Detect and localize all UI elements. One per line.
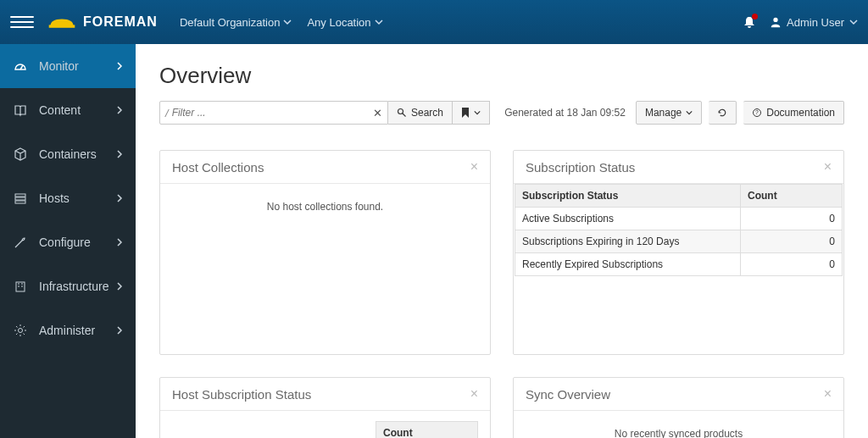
- toolbar: / ✕ Search Generated at 18 Jan 09:52 Man…: [159, 101, 844, 125]
- search-button[interactable]: Search: [388, 101, 453, 125]
- widget-title: Host Subscription Status: [172, 387, 311, 402]
- chevron-right-icon: [115, 238, 124, 247]
- chevron-down-icon: [474, 109, 481, 116]
- documentation-label: Documentation: [766, 107, 835, 119]
- bookmark-icon: [461, 108, 470, 118]
- user-label: Admin User: [787, 16, 844, 29]
- widget-host-collections: Host Collections × No host collections f…: [159, 150, 491, 355]
- svg-point-11: [19, 328, 23, 332]
- sidebar-item-label: Containers: [39, 147, 115, 161]
- svg-rect-3: [15, 194, 25, 197]
- widget-host-subscription-status: Host Subscription Status × Count Invalid…: [159, 377, 491, 438]
- sidebar-item-administer[interactable]: Administer: [0, 308, 136, 352]
- svg-point-12: [398, 109, 403, 114]
- sidebar-item-label: Configure: [39, 236, 115, 249]
- empty-message: No recently synced products: [526, 421, 832, 438]
- widget-title: Host Collections: [172, 160, 264, 175]
- cube-icon: [12, 147, 29, 161]
- svg-rect-6: [16, 282, 25, 291]
- sidebar-item-infrastructure[interactable]: Infrastructure: [0, 264, 136, 308]
- manage-dropdown[interactable]: Manage: [636, 101, 702, 125]
- org-label: Default Organization: [180, 16, 281, 29]
- count-header: Count: [376, 422, 478, 439]
- row-label: Recently Expired Subscriptions: [515, 253, 741, 276]
- widget-title: Sync Overview: [526, 387, 610, 402]
- row-value: 0: [741, 253, 843, 276]
- manage-label: Manage: [645, 107, 682, 119]
- sidebar-item-label: Infrastructure: [39, 280, 115, 293]
- brand[interactable]: FOREMAN: [47, 13, 158, 31]
- table-row: Active Subscriptions 0: [515, 208, 843, 230]
- refresh-icon: [717, 108, 727, 118]
- subscription-table: Subscription Status Count Active Subscri…: [515, 184, 843, 276]
- close-icon[interactable]: ×: [824, 159, 832, 175]
- svg-rect-5: [15, 201, 25, 203]
- filter-hint: /: [165, 107, 169, 119]
- search-icon: [397, 108, 407, 118]
- documentation-button[interactable]: ? Documentation: [743, 101, 844, 125]
- sidebar: Monitor Content Containers Hosts Configu…: [0, 44, 136, 438]
- close-icon[interactable]: ×: [470, 159, 478, 175]
- generated-timestamp: Generated at 18 Jan 09:52: [504, 107, 626, 119]
- sidebar-item-hosts[interactable]: Hosts: [0, 176, 136, 220]
- notifications-icon[interactable]: [743, 15, 756, 29]
- top-navbar: FOREMAN Default Organization Any Locatio…: [0, 0, 868, 44]
- widget-title: Subscription Status: [526, 160, 635, 175]
- name-header: Subscription Status: [515, 185, 741, 208]
- sidebar-item-label: Content: [39, 103, 115, 117]
- widget-subscription-status: Subscription Status × Subscription Statu…: [513, 150, 844, 355]
- sidebar-item-monitor[interactable]: Monitor: [0, 44, 136, 88]
- sidebar-item-configure[interactable]: Configure: [0, 220, 136, 264]
- chevron-down-icon: [686, 109, 693, 116]
- row-value: 0: [741, 230, 843, 253]
- sidebar-item-containers[interactable]: Containers: [0, 132, 136, 176]
- chevron-right-icon: [115, 326, 124, 335]
- building-icon: [12, 280, 29, 293]
- chevron-right-icon: [115, 106, 124, 114]
- row-value: 0: [741, 208, 843, 230]
- dashboard-icon: [12, 59, 29, 73]
- filter-text[interactable]: [172, 107, 373, 119]
- clear-icon[interactable]: ✕: [373, 107, 382, 119]
- location-label: Any Location: [307, 16, 370, 29]
- server-icon: [12, 191, 29, 205]
- hamburger-icon[interactable]: [10, 10, 34, 34]
- chevron-right-icon: [115, 62, 124, 70]
- chevron-down-icon: [283, 18, 292, 26]
- host-sub-table: Count Invalid 0: [172, 421, 478, 438]
- help-icon: ?: [752, 108, 762, 118]
- logo-icon: [47, 13, 76, 31]
- org-dropdown[interactable]: Default Organization: [180, 16, 292, 29]
- location-dropdown[interactable]: Any Location: [307, 16, 382, 29]
- svg-text:?: ?: [755, 109, 759, 115]
- row-label: Subscriptions Expiring in 120 Days: [515, 230, 741, 253]
- bookmark-button[interactable]: [453, 101, 490, 125]
- user-menu[interactable]: Admin User: [770, 16, 858, 29]
- page-title: Overview: [159, 63, 844, 89]
- chevron-right-icon: [115, 150, 124, 158]
- sidebar-item-label: Hosts: [39, 191, 115, 205]
- sidebar-item-content[interactable]: Content: [0, 88, 136, 132]
- sidebar-item-label: Administer: [39, 324, 115, 337]
- filter-input[interactable]: / ✕: [159, 101, 388, 125]
- table-row: Subscriptions Expiring in 120 Days 0: [515, 230, 843, 253]
- widget-sync-overview: Sync Overview × No recently synced produ…: [513, 377, 844, 438]
- row-label: Active Subscriptions: [515, 208, 741, 230]
- chevron-right-icon: [115, 194, 124, 202]
- wrench-icon: [12, 236, 29, 249]
- table-row: Recently Expired Subscriptions 0: [515, 253, 843, 276]
- book-icon: [12, 103, 29, 117]
- close-icon[interactable]: ×: [470, 386, 478, 402]
- chevron-down-icon: [849, 18, 858, 26]
- notification-dot: [752, 14, 758, 19]
- refresh-button[interactable]: [709, 101, 737, 125]
- count-header: Count: [741, 185, 843, 208]
- close-icon[interactable]: ×: [824, 386, 832, 402]
- chevron-right-icon: [115, 282, 124, 291]
- brand-name: FOREMAN: [83, 14, 158, 30]
- svg-rect-4: [15, 197, 25, 200]
- chevron-down-icon: [375, 18, 383, 26]
- sidebar-item-label: Monitor: [39, 59, 115, 73]
- empty-message: No host collections found.: [172, 194, 478, 219]
- search-label: Search: [411, 107, 443, 119]
